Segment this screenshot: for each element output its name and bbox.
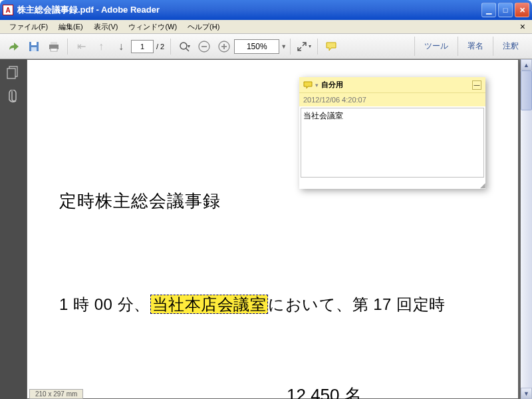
note-timestamp: 2012/12/06 4:20:07 [299, 93, 485, 106]
note-icon [303, 80, 313, 90]
zoom-in-icon[interactable] [215, 37, 233, 56]
menubar-close-button[interactable]: × [517, 21, 528, 32]
comment-bubble-icon[interactable] [322, 37, 340, 56]
scroll-down-button[interactable]: ▼ [521, 388, 532, 399]
text-after: において、第 17 回定時 [268, 295, 446, 313]
close-button[interactable]: ✕ [515, 3, 529, 17]
tools-button[interactable]: ツール [414, 37, 458, 56]
comment-button[interactable]: 注釈 [493, 37, 528, 56]
attachments-icon[interactable] [7, 90, 20, 103]
note-owner-label: 自分用 [321, 80, 343, 90]
svg-rect-1 [31, 42, 37, 45]
separator [290, 39, 291, 55]
zoom-out-icon[interactable] [195, 37, 213, 56]
page-number-input[interactable] [131, 40, 154, 53]
menu-help[interactable]: ヘルプ(H) [182, 21, 225, 33]
resize-grip-icon[interactable]: ◢ [299, 182, 485, 189]
toolbar-right: ツール 署名 注釈 [414, 37, 528, 56]
note-body [299, 106, 485, 182]
note-text-input[interactable] [301, 108, 484, 178]
menu-edit[interactable]: 編集(E) [53, 21, 88, 33]
window-titlebar: A 株主総会議事録.pdf - Adobe Reader ▁ □ ✕ [0, 0, 532, 20]
page-dimensions-label: 210 x 297 mm [29, 389, 83, 399]
separator [67, 39, 68, 55]
zoom-level-select[interactable] [234, 39, 279, 54]
toolbar: ⇤ ↑ ↓ / 2 ▾ ▼ ▾ ツール 署名 注釈 [0, 34, 532, 59]
sidebar [0, 59, 27, 399]
minimize-button[interactable]: ▁ [481, 3, 496, 17]
note-options-icon[interactable]: ▾ [315, 82, 319, 88]
content-area: 定時株主総会議事録 1 時 00 分、当社本店会議室において、第 17 回定時 … [0, 59, 532, 399]
next-page-icon[interactable]: ↓ [112, 37, 130, 56]
stats-block: 12,450 名 230,602 個 267 名 55,860 個 [287, 382, 518, 399]
print-icon[interactable] [45, 37, 63, 56]
save-icon[interactable] [25, 37, 43, 56]
scroll-thumb[interactable] [521, 70, 532, 110]
window-title: 株主総会議事録.pdf - Adobe Reader [17, 4, 481, 16]
pages-panel-icon[interactable] [7, 66, 20, 79]
scroll-up-button[interactable]: ▲ [521, 59, 532, 70]
menu-view[interactable]: 表示(V) [88, 21, 124, 33]
menu-file[interactable]: ファイル(F) [4, 21, 53, 33]
separator [317, 39, 318, 55]
window-controls: ▁ □ ✕ [481, 3, 529, 17]
svg-rect-5 [51, 49, 57, 51]
reading-mode-icon[interactable]: ▾ [295, 37, 313, 56]
body-text-line: 1 時 00 分、当社本店会議室において、第 17 回定時 [59, 294, 518, 315]
sign-button[interactable]: 署名 [458, 37, 493, 56]
first-page-icon[interactable]: ⇤ [72, 37, 90, 56]
page-total-label: / 2 [156, 43, 164, 51]
pdf-icon: A [3, 5, 13, 15]
svg-rect-2 [31, 47, 37, 51]
highlighted-text[interactable]: 当社本店会議室 [150, 295, 269, 314]
document-heading: 定時株主総会議事録 [59, 190, 518, 213]
maximize-button[interactable]: □ [498, 3, 513, 17]
vertical-scrollbar[interactable]: ▲ ▼ [521, 59, 532, 399]
document-viewport[interactable]: 定時株主総会議事録 1 時 00 分、当社本店会議室において、第 17 回定時 … [27, 59, 521, 399]
svg-rect-3 [51, 42, 57, 45]
note-minimize-button[interactable]: — [472, 80, 481, 90]
export-icon[interactable] [5, 37, 23, 56]
menu-bar: ファイル(F) 編集(E) 表示(V) ウィンドウ(W) ヘルプ(H) × [0, 20, 532, 34]
text-before: 1 時 00 分、 [59, 295, 150, 313]
sticky-note-popup[interactable]: ▾ 自分用 — 2012/12/06 4:20:07 ◢ [299, 77, 485, 189]
note-header: ▾ 自分用 — [299, 77, 485, 93]
svg-rect-14 [7, 68, 15, 78]
prev-page-icon[interactable]: ↑ [92, 37, 110, 56]
stat-line: 12,450 名 [287, 382, 518, 399]
zoom-marquee-icon[interactable]: ▾ [175, 37, 194, 56]
separator [170, 39, 171, 55]
menu-window[interactable]: ウィンドウ(W) [123, 21, 182, 33]
svg-point-6 [180, 43, 187, 49]
